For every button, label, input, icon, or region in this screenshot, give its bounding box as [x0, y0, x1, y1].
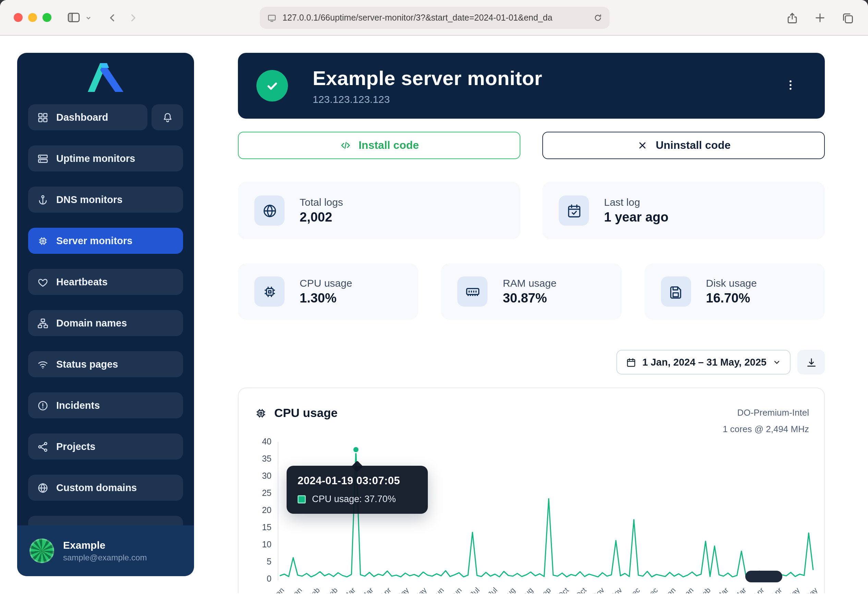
sidebar-item-dashboard[interactable]: Dashboard [28, 104, 148, 130]
x-tick-label: 23 Jan [282, 586, 303, 593]
download-report-button[interactable] [797, 350, 825, 374]
close-button[interactable] [14, 13, 23, 22]
x-tick-label: 07 Nov [583, 586, 605, 593]
ram-usage-card: RAM usage 30.87% [441, 263, 622, 320]
highlight-dot [353, 446, 359, 453]
user-email: sample@example.com [63, 553, 147, 563]
calendar-check-icon [559, 195, 589, 226]
sidebar-item-label: Status pages [56, 359, 118, 370]
stat-label: RAM usage [503, 277, 557, 289]
x-tick-label: 14 Jan [655, 586, 677, 593]
x-tick-label: 17 Feb [690, 586, 712, 593]
sidebar-item-dns-monitors[interactable]: DNS monitors [28, 186, 183, 213]
reload-icon[interactable] [593, 13, 603, 23]
window-controls [14, 13, 52, 22]
forward-button[interactable] [127, 12, 139, 23]
uptime-monitors-icon [37, 153, 49, 164]
install-code-label: Install code [359, 139, 419, 152]
tab-overview-icon[interactable] [841, 11, 854, 24]
scroll-indicator[interactable] [745, 571, 782, 582]
stat-label: CPU usage [300, 277, 352, 289]
dns-monitors-icon [37, 194, 49, 205]
app-page: Dashboard Uptime monitors DNS monitors [0, 35, 868, 593]
zoom-button[interactable] [43, 13, 52, 22]
stat-value: 16.70% [706, 291, 757, 306]
main-content: Example server monitor 123.123.123.123 I… [238, 53, 825, 593]
sidebar-item-custom-domains[interactable]: Custom domains [28, 475, 183, 501]
chart-tooltip: 2024-01-19 03:07:05 CPU usage: 37.70% [286, 466, 428, 514]
notifications-button[interactable] [152, 104, 183, 130]
x-tick-label: 04 May [387, 586, 410, 593]
share-icon[interactable] [786, 11, 799, 24]
x-tick-label: 06 Jan [264, 586, 286, 593]
user-name: Example [63, 539, 147, 551]
sidebar-item-uptime-monitors[interactable]: Uptime monitors [28, 145, 183, 171]
sidebar-item-incidents[interactable]: Incidents [28, 392, 183, 418]
sidebar-item-server-monitors[interactable]: Server monitors [28, 228, 183, 254]
page-title: Example server monitor [313, 67, 542, 90]
address-bar[interactable]: 127.0.0.1/66uptime/server-monitor/3?&sta… [260, 7, 610, 29]
disk-usage-card: Disk usage 16.70% [644, 263, 825, 320]
stat-value: 1.30% [300, 291, 352, 306]
app-logo[interactable] [17, 53, 194, 104]
cpu-usage-chart-card: CPU usage DO-Premium-Intel 1 cores @ 2,4… [238, 387, 825, 593]
disk-icon [661, 276, 691, 307]
x-tick-label: 22 Mar [725, 586, 748, 593]
x-tick-label: 31 Mar [352, 586, 374, 593]
y-tick-label: 25 [239, 488, 272, 499]
globe-icon [254, 195, 285, 226]
sidebar-toggle-icon[interactable] [66, 10, 81, 25]
sidebar-item-status-pages[interactable]: Status pages [28, 351, 183, 377]
tab-group-chevron-icon[interactable] [85, 14, 92, 21]
minimize-button[interactable] [28, 13, 37, 22]
user-panel[interactable]: Example sample@example.com [17, 525, 194, 576]
x-tick-label: 14 Aug [495, 586, 517, 593]
cpu-chip-icon [254, 407, 267, 420]
sidebar-item-domain-names[interactable]: Domain names [28, 310, 183, 336]
x-tick-label: 24 Nov [601, 586, 623, 593]
x-tick-label: 28 Dec [636, 586, 659, 593]
x-tick-label: 14 Mar [334, 586, 357, 593]
x-tick-label: 26 Feb [316, 586, 339, 593]
tooltip-timestamp: 2024-01-19 03:07:05 [298, 475, 417, 487]
sidebar-item-label: Custom domains [56, 482, 137, 493]
x-tick-label: 31 Jan [673, 586, 695, 593]
sidebar-item-heartbeats[interactable]: Heartbeats [28, 269, 183, 295]
incidents-icon [37, 399, 49, 411]
sidebar-item-label: Dashboard [56, 112, 108, 123]
stat-label: Last log [604, 196, 669, 208]
sidebar-item-label: Heartbeats [56, 276, 108, 287]
calendar-icon [626, 357, 636, 367]
x-tick-label: 21 Oct [566, 586, 588, 593]
x-tick-label: 04 Oct [549, 586, 570, 593]
x-tick-label: 11 Jul [461, 586, 481, 593]
y-tick-label: 10 [239, 539, 272, 550]
x-tick-label: 29 May [796, 586, 819, 593]
x-tick-label: 25 Apr [762, 586, 783, 593]
stat-label: Total logs [300, 196, 343, 208]
uninstall-code-button[interactable]: Uninstall code [542, 132, 825, 159]
last-log-card: Last log 1 year ago [542, 182, 825, 239]
sidebar-item-projects[interactable]: Projects [28, 433, 183, 460]
bell-icon [161, 111, 173, 123]
y-tick-label: 30 [239, 471, 272, 482]
server-plan: DO-Premium-Intel [723, 405, 809, 421]
projects-icon [37, 441, 49, 452]
server-monitors-icon [37, 235, 49, 247]
install-code-button[interactable]: Install code [238, 132, 520, 159]
date-range-picker[interactable]: 1 Jan, 2024 – 31 May, 2025 [616, 350, 791, 374]
x-tick-label: 21 May [404, 586, 428, 593]
chevron-down-icon [773, 358, 781, 366]
back-button[interactable] [107, 12, 118, 23]
server-ip: 123.123.123.123 [313, 93, 542, 105]
monitor-header-card: Example server monitor 123.123.123.123 [238, 53, 825, 119]
series-swatch [298, 495, 306, 503]
kebab-menu-icon[interactable] [784, 78, 797, 94]
stat-value: 2,002 [300, 210, 343, 225]
tooltip-value: CPU usage: 37.70% [312, 494, 396, 504]
status-ok-icon [257, 70, 288, 102]
new-tab-icon[interactable] [814, 12, 826, 24]
code-icon [340, 139, 352, 152]
x-tick-label: 11 Dec [619, 586, 641, 593]
x-tick-label: 24 Jun [441, 586, 464, 593]
